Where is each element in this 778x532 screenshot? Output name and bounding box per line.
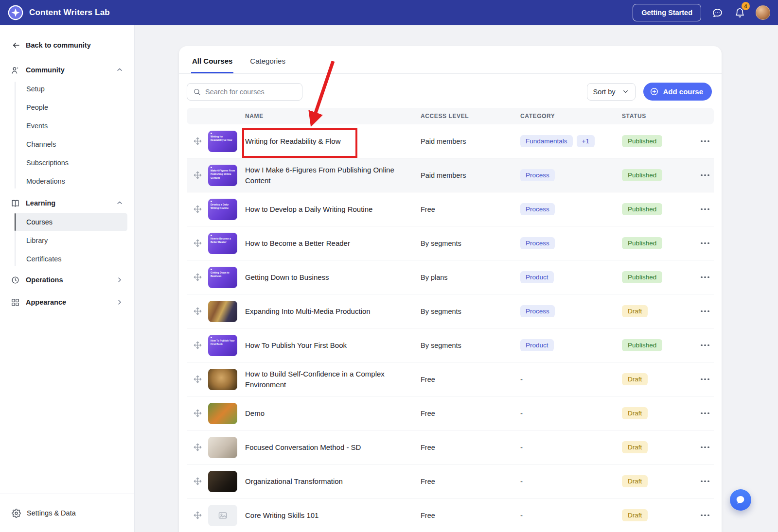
operations-section-label: Operations <box>26 276 63 284</box>
drag-handle-icon[interactable] <box>187 443 208 451</box>
course-name[interactable]: Core Writing Skills 101 <box>245 511 318 519</box>
drag-handle-icon[interactable] <box>187 137 208 145</box>
sidebar: Back to community Community Setup People… <box>0 25 135 532</box>
thumbnail-mini-title: How to Become a Better Reader <box>211 237 235 244</box>
table-row[interactable]: Writing for Readability & Flow Writing f… <box>187 124 714 158</box>
row-menu-button[interactable] <box>696 158 714 192</box>
table-row[interactable]: Develop a Daily Writing Routine How to D… <box>187 192 714 226</box>
table-row[interactable]: Focused Conversation Method - SD Free - … <box>187 430 714 464</box>
ellipsis-icon <box>701 140 703 142</box>
sort-by-label: Sort by <box>593 88 616 96</box>
drag-handle-icon[interactable] <box>187 171 208 179</box>
sidebar-section-community[interactable]: Community <box>0 61 134 79</box>
ellipsis-icon <box>701 515 703 516</box>
row-menu-button[interactable] <box>696 396 714 430</box>
add-course-button[interactable]: Add course <box>643 83 712 101</box>
drag-handle-icon[interactable] <box>187 511 208 519</box>
row-menu-button[interactable] <box>696 124 714 158</box>
drag-handle-icon[interactable] <box>187 409 208 417</box>
column-header-name: NAME <box>245 113 421 120</box>
row-menu-button[interactable] <box>696 328 714 362</box>
user-avatar[interactable] <box>756 5 770 20</box>
course-thumbnail <box>208 437 237 458</box>
sidebar-item-certificates[interactable]: Certificates <box>15 250 127 268</box>
course-name[interactable]: How I Make 6-Figures From Publishing Onl… <box>245 166 394 185</box>
course-name[interactable]: How to Develop a Daily Writing Routine <box>245 205 372 213</box>
table-row[interactable]: Expanding Into Multi-Media Production By… <box>187 294 714 328</box>
row-menu-button[interactable] <box>696 260 714 294</box>
sidebar-item-setup[interactable]: Setup <box>15 80 127 98</box>
drag-handle-icon[interactable] <box>187 307 208 315</box>
drag-handle-icon[interactable] <box>187 477 208 485</box>
access-level: Free <box>421 444 520 451</box>
table-row[interactable]: Make 6-Figures From Publishing Online Co… <box>187 158 714 192</box>
ellipsis-icon <box>701 310 703 312</box>
sort-by-dropdown[interactable]: Sort by <box>587 83 636 101</box>
search-courses-box[interactable] <box>187 83 302 101</box>
category-cell: - <box>520 409 622 417</box>
row-menu-button[interactable] <box>696 226 714 260</box>
table-row[interactable]: Organizational Transformation Free - Dra… <box>187 464 714 498</box>
thumbnail-mini-title: How To Publish Your First Book <box>211 339 235 346</box>
sidebar-item-events[interactable]: Events <box>15 117 127 135</box>
course-thumbnail <box>208 369 237 390</box>
operations-icon <box>11 275 20 285</box>
tab-all-courses[interactable]: All Courses <box>191 57 233 73</box>
sidebar-section-appearance[interactable]: Appearance <box>0 293 134 311</box>
course-name[interactable]: Demo <box>245 409 265 417</box>
drag-handle-icon[interactable] <box>187 375 208 383</box>
sidebar-section-learning[interactable]: Learning <box>0 194 134 212</box>
access-level: Free <box>421 376 520 383</box>
course-name[interactable]: Focused Conversation Method - SD <box>245 443 361 451</box>
drag-handle-icon[interactable] <box>187 341 208 349</box>
row-menu-button[interactable] <box>696 362 714 396</box>
access-level: By segments <box>421 342 520 349</box>
search-input[interactable] <box>205 88 296 96</box>
app-logo-icon <box>8 5 23 20</box>
access-level: Free <box>421 478 520 485</box>
status-badge: Published <box>622 135 662 147</box>
column-header-status: STATUS <box>622 113 696 120</box>
row-menu-button[interactable] <box>696 192 714 226</box>
course-name[interactable]: How to Build Self-Confidence in a Comple… <box>245 370 385 389</box>
category-cell: Product <box>520 339 622 351</box>
course-name[interactable]: Organizational Transformation <box>245 477 343 485</box>
chevron-right-icon <box>116 298 124 306</box>
drag-handle-icon[interactable] <box>187 273 208 281</box>
status-badge: Draft <box>622 441 648 453</box>
back-to-community-link[interactable]: Back to community <box>0 40 134 51</box>
table-row[interactable]: Demo Free - Draft <box>187 396 714 430</box>
course-name[interactable]: How To Publish Your First Book <box>245 341 347 349</box>
tab-categories[interactable]: Categories <box>249 57 286 73</box>
row-menu-button[interactable] <box>696 498 714 532</box>
table-row[interactable]: How To Publish Your First Book How To Pu… <box>187 328 714 362</box>
sidebar-section-operations[interactable]: Operations <box>0 271 134 289</box>
sidebar-item-library[interactable]: Library <box>15 231 127 250</box>
sidebar-item-people[interactable]: People <box>15 98 127 117</box>
table-row[interactable]: Getting Down to Business Getting Down to… <box>187 260 714 294</box>
ellipsis-icon <box>701 242 703 244</box>
getting-started-button[interactable]: Getting Started <box>633 4 701 21</box>
course-tabs: All Courses Categories <box>179 46 722 74</box>
sidebar-item-subscriptions[interactable]: Subscriptions <box>15 154 127 172</box>
course-name[interactable]: Getting Down to Business <box>245 273 329 281</box>
table-row[interactable]: How to Become a Better Reader How to Bec… <box>187 226 714 260</box>
drag-handle-icon[interactable] <box>187 239 208 247</box>
sidebar-item-courses[interactable]: Courses <box>15 213 127 231</box>
messages-button[interactable] <box>711 6 724 19</box>
course-name[interactable]: How to Become a Better Reader <box>245 239 350 247</box>
table-row[interactable]: How to Build Self-Confidence in a Comple… <box>187 362 714 396</box>
row-menu-button[interactable] <box>696 430 714 464</box>
sidebar-item-moderations[interactable]: Moderations <box>15 172 127 190</box>
course-name[interactable]: Writing for Readability & Flow <box>245 137 340 145</box>
notifications-button[interactable]: 4 <box>733 6 746 19</box>
drag-handle-icon[interactable] <box>187 205 208 213</box>
course-name[interactable]: Expanding Into Multi-Media Production <box>245 307 371 315</box>
table-row[interactable]: Core Writing Skills 101 Free - Draft <box>187 498 714 532</box>
row-menu-button[interactable] <box>696 294 714 328</box>
row-menu-button[interactable] <box>696 464 714 498</box>
chat-widget-button[interactable] <box>730 489 751 511</box>
sidebar-item-channels[interactable]: Channels <box>15 135 127 154</box>
settings-and-data-link[interactable]: Settings & Data <box>0 494 134 532</box>
status-badge: Published <box>622 271 662 283</box>
